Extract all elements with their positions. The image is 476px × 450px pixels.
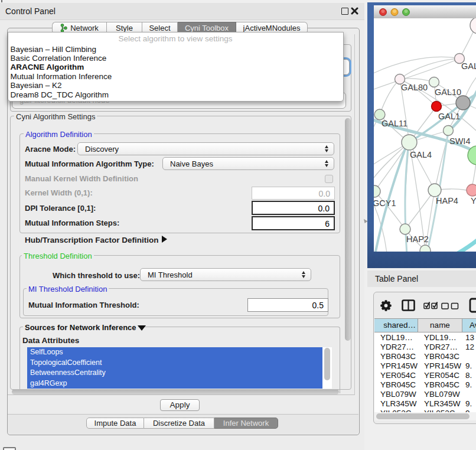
svg-text:GCY1: GCY1	[374, 198, 396, 208]
svg-text:Y: Y	[471, 196, 476, 206]
svg-text:GAL80: GAL80	[401, 83, 428, 92]
svg-text:GAL11: GAL11	[382, 119, 407, 128]
svg-text:GAL10: GAL10	[435, 87, 461, 97]
svg-text:HAP2: HAP2	[406, 234, 429, 244]
svg-text:GAL4: GAL4	[410, 150, 432, 159]
svg-text:SWI4: SWI4	[449, 136, 470, 146]
svg-text:GAL1: GAL1	[438, 112, 460, 121]
svg-text:GAL7: GAL7	[461, 61, 476, 71]
svg-text:HAP4: HAP4	[436, 196, 458, 206]
